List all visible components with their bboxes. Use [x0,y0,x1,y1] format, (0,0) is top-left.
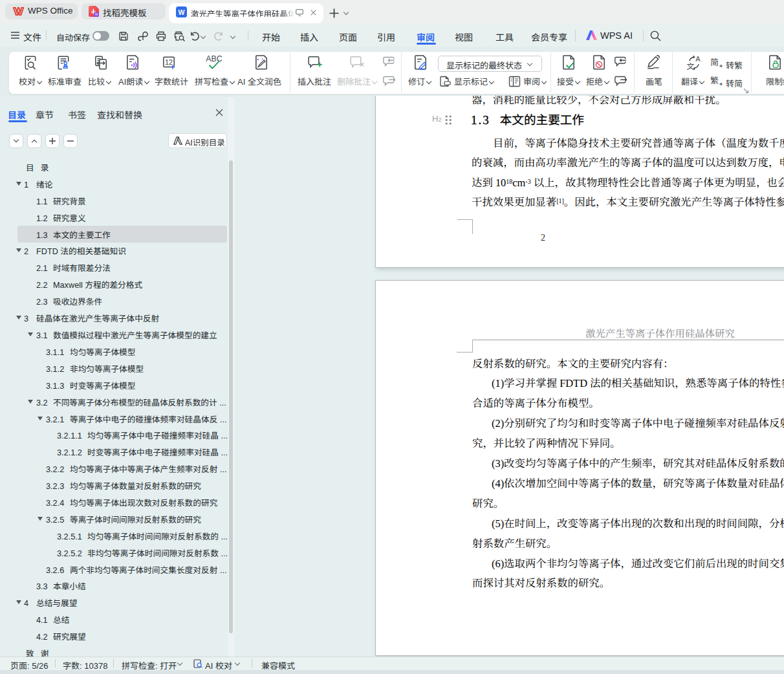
svg-text:A: A [695,55,701,63]
svg-text:12: 12 [165,58,173,66]
svg-text:AI: AI [94,12,98,16]
svg-text:繁: 繁 [710,75,719,86]
svg-text:ABC: ABC [206,55,222,63]
svg-text:W: W [179,8,185,16]
svg-text:简: 简 [710,57,719,68]
svg-text:文: 文 [687,60,695,71]
